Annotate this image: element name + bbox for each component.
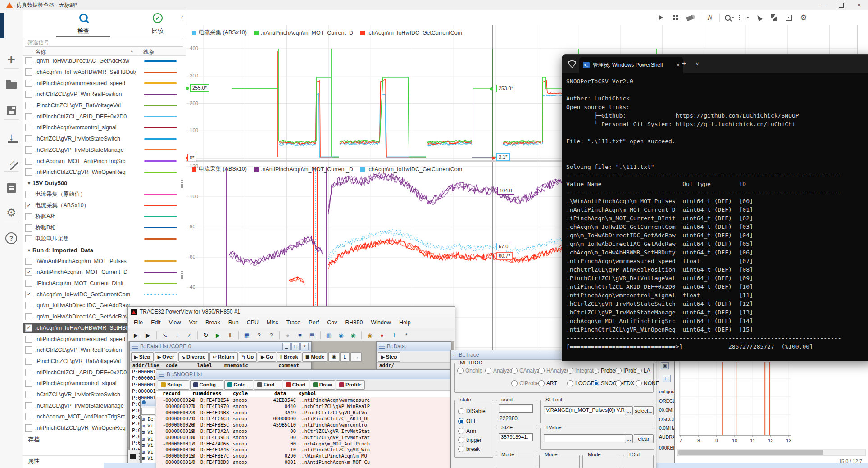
maximize-icon[interactable] [832, 0, 850, 10]
column-line[interactable]: 线条 [143, 48, 154, 56]
cursor-value-marker[interactable]: 253.0* [496, 85, 515, 92]
radio-off[interactable]: OFF [458, 418, 477, 424]
config-button[interactable]: Config... [190, 380, 223, 390]
mode-button[interactable]: ▦ [241, 330, 252, 341]
signal-checkbox[interactable] [25, 235, 32, 242]
context-help-button[interactable]: ? [266, 330, 277, 341]
signal-checkbox[interactable] [25, 135, 32, 142]
signal-checkbox[interactable] [25, 313, 32, 320]
restore-icon[interactable]: ▢ [663, 375, 671, 382]
signal-checkbox[interactable] [25, 113, 32, 120]
info-button[interactable]: i [389, 330, 400, 341]
dump-button[interactable]: ▤ [307, 330, 318, 341]
signal-row[interactable]: .hCtrlZCL\gVR_IrvMotStateSwitch [23, 133, 186, 145]
settings-gear-button[interactable]: ⚙ [798, 12, 809, 23]
select-more-button[interactable]: ... [625, 406, 633, 415]
signal-checkbox[interactable] [25, 213, 32, 220]
snoop-titlebar[interactable]: B::SNOOP.List [156, 370, 451, 379]
radio-break[interactable]: break [458, 446, 480, 452]
signal-row[interactable]: ✓.chAcqn\m_IoHwIDC_GetCurrentCom [23, 289, 186, 300]
draw-button[interactable]: Draw [310, 380, 335, 390]
list-button[interactable]: ≡ [295, 330, 305, 341]
tree-item[interactable]: ⊞ De [142, 416, 156, 423]
break-button[interactable]: ‖ [225, 330, 236, 341]
tree-item[interactable]: ⊞ Wi [142, 429, 156, 436]
menu-break[interactable]: Break [201, 319, 224, 326]
new-tab-icon[interactable]: + [682, 60, 686, 67]
signal-row[interactable]: .qn\m_IoHwAbDirectIAC_GetAdcRaw [23, 55, 186, 67]
radio-la[interactable]: LA [636, 368, 650, 374]
go-button[interactable]: ▶ [213, 330, 223, 341]
menu-var[interactable]: Var [185, 319, 202, 326]
radio-none[interactable]: NONE [636, 380, 659, 386]
menu-misc[interactable]: Misc [263, 319, 282, 326]
signal-row[interactable]: ✓.nAntiPinchAcqn\m_MOT_Current_D [23, 267, 186, 278]
radio-trigger[interactable]: trigger [458, 437, 482, 443]
tools-button[interactable]: * [401, 330, 412, 341]
trace32-titlebar[interactable]: TRACE32 PowerView for V850/RH850 #1 [128, 307, 455, 317]
menu-cov[interactable]: Cov [323, 319, 341, 326]
size-field[interactable]: 357913941. [499, 433, 533, 441]
signal-checkbox[interactable]: ✓ [25, 202, 32, 209]
snoop-record-row[interactable]: -00000000230D:FE4FD970snoop0440..nchCtrl… [156, 404, 451, 410]
signal-row[interactable]: .PinchCtrlZCL\gVR_BatVoltageVal [23, 100, 186, 111]
tree-filter-field[interactable] [141, 408, 155, 415]
signal-checkbox[interactable]: ✓ [25, 268, 32, 276]
legend-item[interactable]: .chAcqn\m_IoHwIDC_GetCurrentCom [360, 29, 462, 36]
signal-checkbox[interactable] [25, 158, 32, 165]
signal-checkbox[interactable] [25, 57, 32, 64]
signal-group-row[interactable]: ▾Run 4: Imported_Data [23, 245, 186, 256]
radio-analyzer[interactable]: Analyzer [485, 368, 514, 374]
datalist2-titlebar[interactable]: B::Data. [377, 342, 451, 351]
chart-button[interactable]: Chart [283, 380, 309, 390]
signal-checkbox[interactable] [25, 168, 32, 176]
tree-item[interactable]: ⊞ Wi [142, 436, 156, 443]
snoop-record-row[interactable]: -00000000210D:FE4FC6C8snoop00000000..nti… [156, 416, 451, 422]
restore-icon[interactable]: ▢ [291, 343, 300, 350]
cursor-value-marker[interactable]: 67.0 [496, 243, 510, 250]
signal-checkbox[interactable] [25, 302, 32, 309]
snoop-record-row[interactable]: -00000000140D:FE4FBDD8snoop0001..nAntiPi… [156, 459, 451, 466]
watch-c-button[interactable]: ◉ [364, 330, 375, 341]
radio-hanalyzer[interactable]: HAnalyzer [538, 368, 571, 374]
signal-row[interactable]: .nchAcqn\m_MOT_AntiPinchTrigSrc [23, 155, 186, 167]
select-field[interactable]: V.RANGE(m_MOT_Pulses[0]) V.RAN [544, 406, 626, 414]
signal-checkbox[interactable] [25, 146, 32, 154]
legend-item[interactable]: .chAcqn\m_IoHwIDC_GetCurrentCom [360, 165, 462, 173]
export-button[interactable]: → [0, 152, 23, 172]
step-button[interactable]: ▶ [131, 330, 141, 341]
signal-row[interactable]: .ntiPinchAcqn\wmrmeasured_speed [23, 77, 186, 89]
signal-checkbox[interactable] [25, 124, 32, 131]
signal-row[interactable]: 桥驱A相 [23, 211, 186, 223]
step-over-button[interactable]: ▶ [143, 330, 154, 341]
collapse-panel-icon[interactable]: ‹ [181, 13, 183, 20]
setup-button[interactable]: Setup... [158, 380, 189, 390]
radio-ciprobe[interactable]: CIProbe [511, 380, 539, 386]
tab-dropdown-icon[interactable]: ∨ [695, 61, 699, 67]
signal-row[interactable]: 桥驱B相 [23, 222, 186, 233]
tree-item[interactable]: ⊞ Wi [142, 423, 156, 430]
snoop-record-row[interactable]: -00000000160D:FE4FDA46snoop10..ntiPinchC… [156, 447, 451, 453]
signal-checkbox[interactable] [25, 358, 32, 365]
legend-item[interactable]: 电流采集 (ABSx10) [192, 29, 247, 36]
tab-compare[interactable]: ✓ 比较 [131, 12, 185, 36]
find-button[interactable]: Find... [254, 380, 282, 390]
register-button[interactable]: ▥ [323, 330, 334, 341]
menu-window[interactable]: Window [367, 319, 395, 326]
save-button[interactable] [0, 100, 23, 120]
signal-checkbox[interactable] [25, 369, 32, 376]
signal-row[interactable]: .ntiPinchCtrlZCL_ARID_DEF+0x2D0 [23, 111, 186, 122]
step-button[interactable]: ▶Step [378, 352, 400, 362]
snoop-record-row[interactable]: -00000000170D:FE424D66snoop00..nchAcqn\m… [156, 441, 451, 447]
minimize-icon[interactable]: — [814, 0, 832, 10]
radio-fdx[interactable]: FDX [615, 380, 634, 386]
signal-checkbox[interactable] [25, 80, 32, 87]
legend-item[interactable]: .nAntiPinchAcqn\m_MOT_Current_D [254, 29, 353, 36]
cursor-value-marker[interactable]: 60.7* [496, 252, 513, 260]
up-button[interactable]: ↰Up [239, 352, 257, 362]
menu-perf[interactable]: Perf [304, 319, 323, 326]
used-field[interactable] [499, 404, 533, 413]
subplot-grid-button[interactable] [670, 12, 681, 23]
signal-row[interactable]: ✓电流采集（ABSx10） [23, 200, 186, 211]
menu-cpu[interactable]: CPU [243, 319, 263, 326]
